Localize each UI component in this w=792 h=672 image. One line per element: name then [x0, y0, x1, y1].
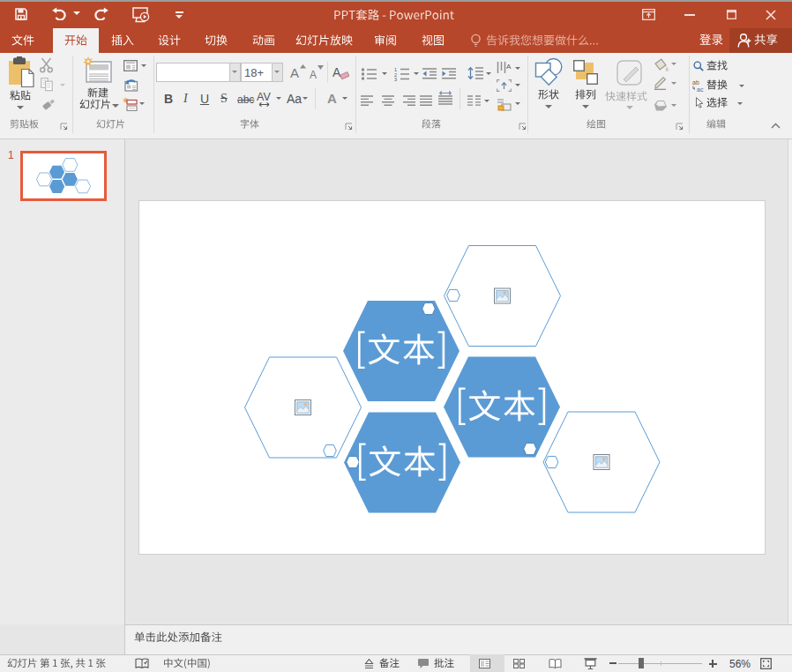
svg-text:ab: ab — [692, 79, 699, 86]
svg-text:ac: ac — [697, 86, 704, 93]
svg-text:3: 3 — [394, 77, 397, 81]
svg-text:A: A — [506, 63, 512, 71]
